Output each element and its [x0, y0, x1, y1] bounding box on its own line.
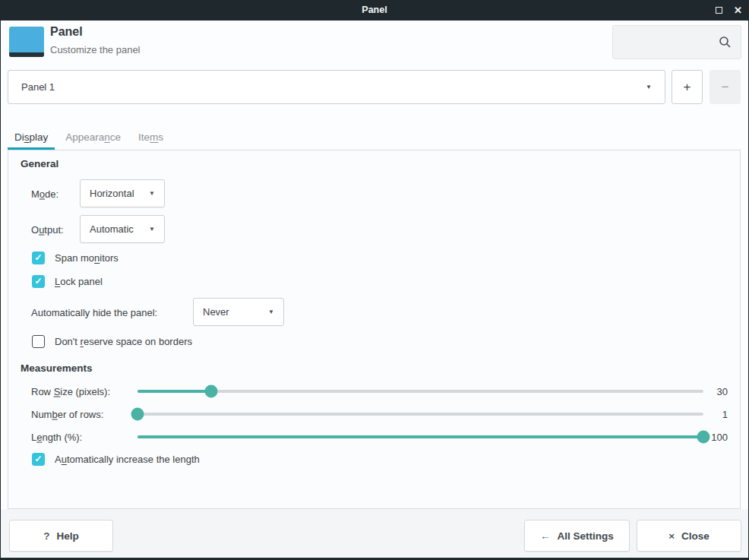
- row-size-label: Row Size (pixels):: [31, 385, 110, 397]
- tab-appearance-label: Appearance: [65, 131, 121, 143]
- autohide-value: Never: [203, 306, 229, 318]
- panel-selector-combobox[interactable]: Panel 1 ▼: [8, 70, 665, 104]
- maximize-icon[interactable]: [716, 7, 722, 14]
- tab-appearance[interactable]: Appearance: [58, 128, 128, 150]
- lock-panel-label: Lock panel: [55, 276, 103, 287]
- help-icon: ?: [43, 530, 49, 542]
- all-settings-button-label: All Settings: [558, 530, 614, 542]
- general-section-heading: General: [21, 158, 58, 169]
- length-slider[interactable]: [137, 435, 703, 438]
- dont-reserve-checkbox-row[interactable]: ✓ Don't reserve space on borders: [32, 334, 192, 349]
- search-icon: [719, 36, 732, 49]
- measurements-section-heading: Measurements: [21, 362, 93, 374]
- check-icon: ✓: [34, 454, 42, 464]
- span-monitors-checkbox[interactable]: ✓: [32, 252, 45, 264]
- remove-panel-button[interactable]: −: [709, 70, 741, 104]
- close-button[interactable]: × Close: [637, 520, 741, 552]
- back-arrow-icon: ←: [540, 530, 551, 542]
- tab-display[interactable]: Display: [8, 128, 55, 150]
- slider-fill: [137, 435, 703, 438]
- row-size-slider-handle[interactable]: [204, 384, 217, 397]
- length-label: Length (%):: [31, 431, 82, 442]
- titlebar[interactable]: Panel ✕: [0, 0, 749, 21]
- span-monitors-label: Span monitors: [55, 252, 119, 264]
- row-size-value: 30: [688, 385, 728, 397]
- search-field[interactable]: [612, 25, 741, 59]
- chevron-down-icon: ▼: [268, 308, 274, 315]
- row-size-slider[interactable]: [137, 390, 703, 393]
- close-button-label: Close: [681, 530, 709, 542]
- number-of-rows-slider-handle[interactable]: [131, 407, 144, 420]
- output-row: Output: Automatic ▼: [8, 215, 740, 243]
- output-value: Automatic: [90, 223, 134, 235]
- window-close-icon[interactable]: ✕: [734, 5, 742, 15]
- autohide-label: Automatically hide the panel:: [31, 306, 157, 318]
- autohide-dropdown[interactable]: Never ▼: [193, 298, 284, 326]
- auto-increase-checkbox-row[interactable]: ✓ Automatically increase the length: [32, 451, 200, 467]
- mode-dropdown[interactable]: Horizontal ▼: [80, 179, 165, 207]
- mode-value: Horizontal: [90, 188, 134, 199]
- dont-reserve-label: Don't reserve space on borders: [55, 336, 192, 347]
- row-size-slider-row: Row Size (pixels): 30: [8, 384, 740, 398]
- check-icon: ✓: [34, 277, 42, 286]
- number-of-rows-slider-row: Number of rows: 1: [8, 407, 740, 421]
- help-button[interactable]: ? Help: [9, 520, 113, 552]
- footer: ? Help ← All Settings × Close: [1, 509, 748, 558]
- all-settings-button[interactable]: ← All Settings: [524, 520, 630, 552]
- mode-label: Mode:: [31, 188, 58, 199]
- output-label: Output:: [31, 223, 64, 235]
- minus-icon: −: [722, 80, 729, 95]
- output-dropdown[interactable]: Automatic ▼: [80, 215, 165, 243]
- tab-display-label: Display: [14, 131, 48, 143]
- length-slider-row: Length (%): 100: [8, 429, 740, 444]
- length-value: 100: [688, 431, 728, 442]
- window-controls: ✕: [716, 0, 742, 21]
- help-button-label: Help: [56, 530, 78, 542]
- display-tab-page: General Mode: Horizontal ▼ Output: Autom…: [8, 150, 741, 509]
- lock-panel-checkbox[interactable]: ✓: [32, 275, 45, 288]
- chevron-down-icon: ▼: [149, 226, 155, 233]
- panel-preferences-window: Panel ✕ Panel Customize the panel Panel …: [0, 0, 749, 560]
- tab-items[interactable]: Items: [131, 128, 170, 150]
- slider-fill: [137, 390, 211, 393]
- window-body: Panel Customize the panel Panel 1 ▼ + − …: [1, 21, 748, 558]
- number-of-rows-slider[interactable]: [137, 413, 703, 416]
- autohide-row: Automatically hide the panel: Never ▼: [8, 298, 740, 326]
- panel-selector-value: Panel 1: [21, 81, 55, 93]
- page-title: Panel: [50, 25, 83, 39]
- auto-increase-label: Automatically increase the length: [55, 454, 200, 465]
- span-monitors-checkbox-row[interactable]: ✓ Span monitors: [32, 250, 119, 265]
- page-subtitle: Customize the panel: [50, 44, 141, 55]
- close-icon: ×: [668, 530, 675, 542]
- number-of-rows-label: Number of rows:: [31, 408, 103, 419]
- lock-panel-checkbox-row[interactable]: ✓ Lock panel: [32, 274, 103, 289]
- panel-app-icon: [9, 27, 44, 57]
- panel-icon-strip: [9, 52, 44, 57]
- add-panel-button[interactable]: +: [672, 70, 703, 104]
- chevron-down-icon: ▼: [149, 190, 155, 197]
- tab-bar: Display Appearance Items: [8, 128, 174, 150]
- plus-icon: +: [684, 80, 691, 95]
- auto-increase-checkbox[interactable]: ✓: [32, 453, 45, 466]
- tab-items-label: Items: [138, 131, 163, 143]
- dont-reserve-checkbox[interactable]: ✓: [32, 335, 45, 348]
- mode-row: Mode: Horizontal ▼: [8, 179, 740, 207]
- chevron-down-icon: ▼: [646, 84, 652, 90]
- search-input[interactable]: [621, 27, 712, 58]
- number-of-rows-value: 1: [688, 408, 728, 419]
- check-icon: ✓: [34, 253, 42, 262]
- window-title: Panel: [0, 0, 749, 21]
